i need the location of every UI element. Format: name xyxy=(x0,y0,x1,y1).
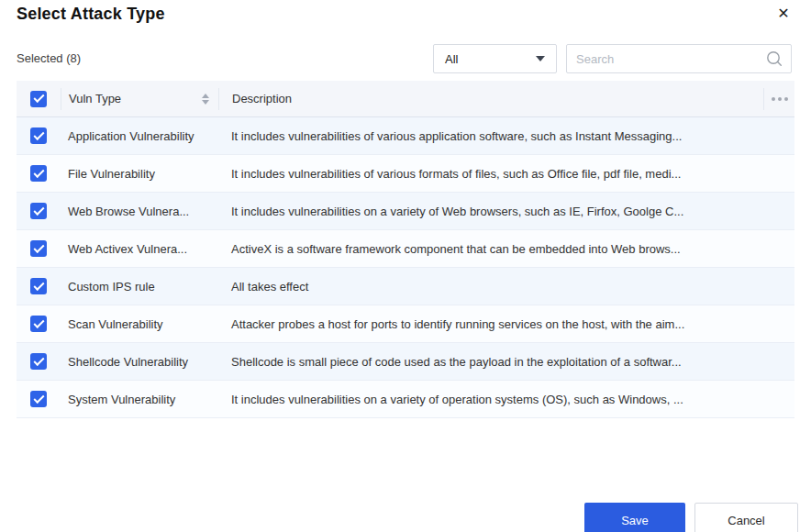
close-icon[interactable]: ✕ xyxy=(774,5,793,23)
description-cell: ActiveX is a software framework componen… xyxy=(218,242,794,256)
description-header-label: Description xyxy=(232,92,292,105)
table-row[interactable]: Web Activex Vulnera...ActiveX is a softw… xyxy=(17,230,794,268)
column-header-description: Description xyxy=(218,88,763,110)
description-cell: All takes effect xyxy=(218,280,794,294)
table-row[interactable]: File VulnerabilityIt includes vulnerabil… xyxy=(17,155,794,193)
description-cell: Shellcode is small piece of code used as… xyxy=(218,355,794,369)
table-body: Application VulnerabilityIt includes vul… xyxy=(17,117,794,418)
cancel-button[interactable]: Cancel xyxy=(694,503,798,532)
vuln-type-cell: Web Activex Vulnera... xyxy=(61,242,218,256)
vuln-type-cell: File Vulnerability xyxy=(61,167,218,181)
vuln-type-cell: Custom IPS rule xyxy=(61,280,218,294)
select-all-checkbox[interactable] xyxy=(30,91,47,107)
description-cell: It includes vulnerabilities of various f… xyxy=(218,167,794,181)
filter-dropdown[interactable]: All xyxy=(433,44,557,73)
table-header-row: Vuln Type Description xyxy=(17,81,794,117)
description-cell: Attacker probes a host for ports to iden… xyxy=(218,317,794,331)
search-icon[interactable] xyxy=(765,50,783,68)
search-box xyxy=(566,44,792,73)
vuln-type-cell: Scan Vulnerability xyxy=(61,317,218,331)
selected-count-label: Selected (8) xyxy=(17,51,81,65)
table-row[interactable]: Custom IPS ruleAll takes effect xyxy=(17,268,794,305)
row-checkbox[interactable] xyxy=(30,316,47,332)
search-input[interactable] xyxy=(567,52,765,66)
description-cell: It includes vulnerabilities on a variety… xyxy=(218,393,794,406)
vuln-type-cell: Web Browse Vulnera... xyxy=(61,205,218,218)
table-row[interactable]: Shellcode VulnerabilityShellcode is smal… xyxy=(17,343,794,381)
vuln-type-cell: Application Vulnerability xyxy=(61,129,218,143)
sort-icon[interactable] xyxy=(202,94,209,105)
dialog-title: Select Attack Type xyxy=(17,5,165,24)
vuln-type-cell: System Vulnerability xyxy=(61,393,218,406)
row-checkbox[interactable] xyxy=(30,203,47,219)
table-row[interactable]: Web Browse Vulnera...It includes vulnera… xyxy=(17,193,794,230)
row-checkbox[interactable] xyxy=(30,165,47,182)
table-row[interactable]: System VulnerabilityIt includes vulnerab… xyxy=(17,381,794,418)
vuln-type-cell: Shellcode Vulnerability xyxy=(61,355,218,369)
row-checkbox[interactable] xyxy=(30,127,47,144)
description-cell: It includes vulnerabilities of various a… xyxy=(218,129,794,143)
attack-type-table: Vuln Type Description Application Vulner… xyxy=(17,81,794,418)
column-header-vuln-type[interactable]: Vuln Type xyxy=(61,88,218,110)
row-checkbox[interactable] xyxy=(30,240,47,257)
chevron-down-icon xyxy=(536,56,545,61)
more-options-icon[interactable] xyxy=(772,97,788,101)
row-checkbox[interactable] xyxy=(30,391,47,407)
row-checkbox[interactable] xyxy=(30,353,47,370)
filter-dropdown-value: All xyxy=(445,52,458,66)
table-row[interactable]: Application VulnerabilityIt includes vul… xyxy=(17,117,794,155)
description-cell: It includes vulnerabilities on a variety… xyxy=(218,205,794,218)
row-checkbox[interactable] xyxy=(30,278,47,294)
table-row[interactable]: Scan VulnerabilityAttacker probes a host… xyxy=(17,305,794,343)
vuln-type-header-label: Vuln Type xyxy=(69,92,121,105)
save-button[interactable]: Save xyxy=(584,503,685,532)
